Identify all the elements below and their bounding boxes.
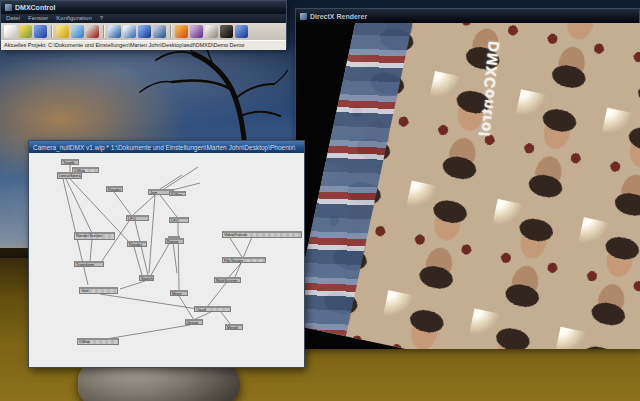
patch-node-videotexture[interactable]: VideoTexture: [222, 231, 302, 238]
patch-node-switch[interactable]: Switch: [139, 275, 154, 281]
updown-arrows-icon[interactable]: [138, 25, 151, 38]
eye-icon[interactable]: [108, 25, 121, 38]
menu-item-1[interactable]: Fenster: [28, 14, 48, 23]
patch-node-iobox[interactable]: IOBox: [169, 191, 186, 196]
directx-renderer-window[interactable]: DirectX Renderer DMXControl: [295, 8, 640, 348]
patch-node-morph[interactable]: Morph: [225, 324, 243, 330]
renderer-titlebar[interactable]: DirectX Renderer: [296, 9, 639, 23]
open-project-icon[interactable]: [19, 25, 32, 38]
toolbar-separator: [103, 25, 104, 38]
patch-node-iobox[interactable]: IOBox: [77, 338, 119, 345]
dmxcontrol-toolbar: [1, 23, 286, 40]
library-icon[interactable]: [235, 25, 248, 38]
effect-flame-icon[interactable]: [175, 25, 188, 38]
new-document-icon[interactable]: [4, 25, 17, 38]
patch-title: Camera_nullDMX v1.wip * 1:\Dokumente und…: [33, 144, 295, 151]
masks-icon[interactable]: [190, 25, 203, 38]
renderer-title: DirectX Renderer: [310, 13, 367, 20]
renderer-window-icon: [300, 13, 307, 20]
patch-node-toggle[interactable]: Toggle: [61, 159, 79, 165]
save-icon[interactable]: [34, 25, 47, 38]
matrix-icon[interactable]: [153, 25, 166, 38]
dmxcontrol-app-icon: [5, 4, 12, 11]
dmxcontrol-title: DMXControl: [15, 4, 55, 11]
renderer-viewport[interactable]: DMXControl: [296, 23, 640, 349]
dmxcontrol-menubar: DateiFensterKonfiguration?: [1, 14, 286, 23]
fog-machine-icon[interactable]: [205, 25, 218, 38]
patch-node-reader[interactable]: Reader: [106, 186, 123, 192]
patch-titlebar[interactable]: Camera_nullDMX v1.wip * 1:\Dokumente und…: [29, 141, 304, 153]
patch-node-filetexture[interactable]: FileTexture: [222, 257, 266, 263]
dmxcontrol-window[interactable]: DMXControl DateiFensterKonfiguration? Ak…: [0, 0, 287, 48]
patch-canvas[interactable]: ToggleIOBoxLinearSpreadReaderJoinIOBoxLF…: [30, 153, 304, 367]
patch-node-transform[interactable]: Transform: [74, 261, 104, 267]
patch-node-linearspread[interactable]: LinearSpread: [57, 172, 82, 179]
patch-editor-window[interactable]: Camera_nullDMX v1.wip * 1:\Dokumente und…: [28, 140, 305, 368]
patch-node-multiscreen[interactable]: MultiScreen: [214, 277, 241, 283]
patch-node-rotate[interactable]: Rotate: [165, 238, 184, 244]
patch-node-group[interactable]: Group: [185, 319, 203, 325]
dmxcontrol-statusbar: Aktuelles Projekt: C:\Dokumente und Eins…: [1, 40, 286, 50]
rendered-dmxcontrol-text: DMXControl: [475, 40, 502, 138]
patch-node-lfo[interactable]: LFO: [169, 217, 189, 223]
menu-item-3[interactable]: ?: [100, 14, 103, 23]
audio-player-icon[interactable]: [220, 25, 233, 38]
patch-node-grid[interactable]: Grid: [79, 287, 118, 294]
channel-grid-icon[interactable]: [123, 25, 136, 38]
rendered-texture-quad: DMXControl: [296, 23, 640, 349]
lightbulb-icon[interactable]: [56, 25, 69, 38]
menu-item-0[interactable]: Datei: [6, 14, 20, 23]
menu-item-2[interactable]: Konfiguration: [56, 14, 91, 23]
rendered-cloth-strip: [296, 23, 427, 336]
audio-icon[interactable]: [86, 25, 99, 38]
cube-icon[interactable]: [71, 25, 84, 38]
patch-node-render[interactable]: Render: [127, 241, 147, 247]
patch-node-rendertexture[interactable]: RenderTexture: [74, 232, 115, 240]
toolbar-separator: [51, 25, 52, 38]
patch-node-mixer[interactable]: Mixer: [170, 290, 188, 296]
desktop: DirectX Renderer DMXControl DMXControl D…: [0, 0, 640, 401]
dmxcontrol-titlebar[interactable]: DMXControl: [1, 1, 286, 14]
patch-node-lfo[interactable]: LFO: [126, 215, 149, 221]
patch-node-quad[interactable]: Quad: [194, 306, 231, 312]
toolbar-separator: [170, 25, 171, 38]
